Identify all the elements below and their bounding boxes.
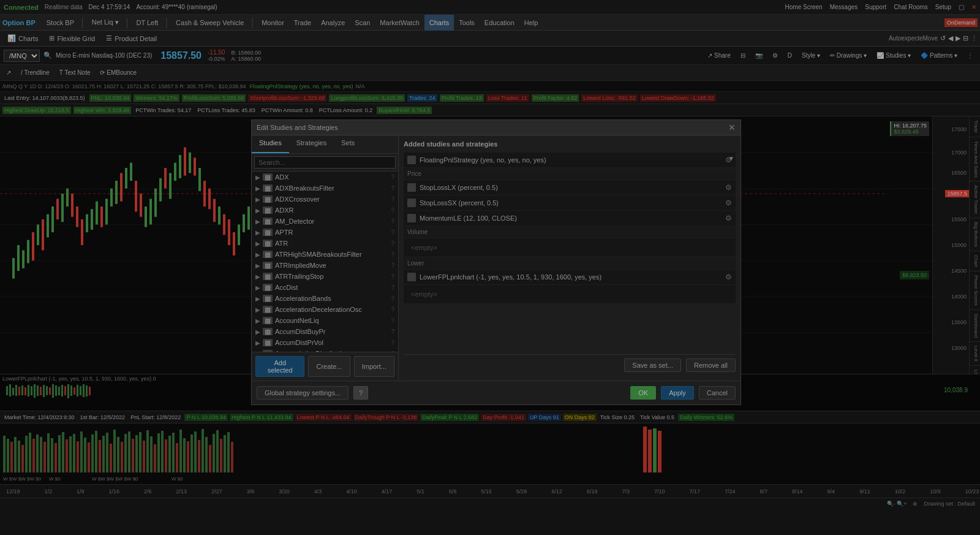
modal-overlay xyxy=(0,0,980,535)
